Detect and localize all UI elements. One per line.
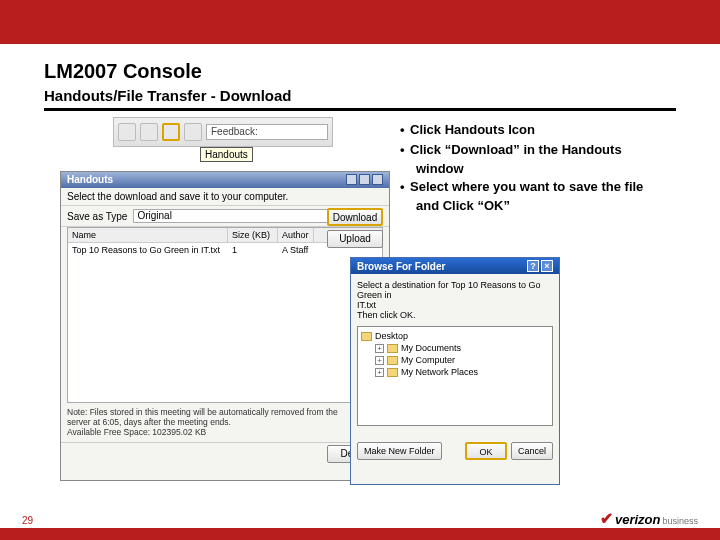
footer-bar (0, 528, 720, 540)
network-icon (387, 368, 398, 377)
tree-computer[interactable]: + My Computer (375, 354, 549, 366)
browse-prompt-1: Select a destination for Top 10 Reasons … (357, 280, 553, 300)
expand-icon[interactable]: + (375, 344, 384, 353)
logo-check-icon: ✔ (600, 509, 613, 528)
toolbar-button-4[interactable] (184, 123, 202, 141)
maximize-icon[interactable] (359, 174, 370, 185)
instruction-2: Click “Download” in the Handouts (400, 141, 700, 159)
browse-folder-dialog: Browse For Folder ? × Select a destinati… (350, 257, 560, 485)
instruction-3-cont: and Click “OK” (400, 197, 700, 215)
handouts-note: Note: Files stored in this meeting will … (61, 403, 389, 442)
upload-button[interactable]: Upload (327, 230, 383, 248)
cancel-button[interactable]: Cancel (511, 442, 553, 460)
title-block: LM2007 Console Handouts/File Transfer - … (0, 44, 720, 104)
feedback-label: Feedback: (211, 126, 258, 137)
folder-tree[interactable]: Desktop + My Documents + My Computer + M… (357, 326, 553, 426)
col-size: Size (KB) (228, 228, 278, 242)
col-name: Name (68, 228, 228, 242)
handouts-tooltip: Handouts (200, 147, 253, 162)
browse-title-text: Browse For Folder (357, 261, 445, 272)
instruction-1: Click Handouts Icon (400, 121, 700, 139)
file-author: A Staff (282, 245, 308, 255)
instruction-2-cont: window (400, 160, 700, 178)
content-area: Feedback: Handouts Handouts Select the d… (0, 111, 720, 491)
expand-icon[interactable]: + (375, 356, 384, 365)
browse-titlebar: Browse For Folder ? × (351, 258, 559, 274)
handouts-titlebar: Handouts (61, 172, 389, 188)
logo-sub: business (662, 516, 698, 526)
handouts-prompt-row: Select the download and save it to your … (61, 188, 389, 206)
close-icon[interactable] (372, 174, 383, 185)
browse-prompt-3: Then click OK. (357, 310, 553, 320)
ok-button[interactable]: OK (465, 442, 507, 460)
tree-desktop[interactable]: Desktop (361, 330, 549, 342)
file-name: Top 10 Reasons to Go Green in IT.txt (72, 245, 232, 255)
browse-body: Select a destination for Top 10 Reasons … (351, 274, 559, 438)
handouts-footer: Delete (61, 442, 389, 465)
save-as-label: Save as Type (67, 211, 127, 222)
toolbar-button-2[interactable] (140, 123, 158, 141)
minimize-icon[interactable] (346, 174, 357, 185)
handouts-icon[interactable] (162, 123, 180, 141)
download-button[interactable]: Download (327, 208, 383, 226)
close-icon[interactable]: × (541, 260, 553, 272)
new-folder-button[interactable]: Make New Folder (357, 442, 442, 460)
browse-prompt-2: IT.txt (357, 300, 553, 310)
handouts-window: Handouts Select the download and save it… (60, 171, 390, 481)
handouts-action-col: Download Upload (327, 208, 383, 248)
page-subtitle: Handouts/File Transfer - Download (44, 87, 720, 104)
logo-brand: verizon (615, 512, 661, 527)
tree-network[interactable]: + My Network Places (375, 366, 549, 378)
footer: 29 ✔ verizon business (0, 510, 720, 540)
computer-icon (387, 356, 398, 365)
handouts-list: Name Size (KB) Author Top 10 Reasons to … (67, 227, 383, 403)
toolbar-screenshot: Feedback: (113, 117, 333, 147)
handouts-prompt: Select the download and save it to your … (67, 191, 288, 202)
file-size: 1 (232, 245, 282, 255)
handouts-title-text: Handouts (67, 174, 113, 186)
feedback-field[interactable]: Feedback: (206, 124, 328, 140)
top-banner (0, 0, 720, 44)
verizon-logo: ✔ verizon business (600, 509, 698, 528)
page-title: LM2007 Console (44, 60, 720, 83)
col-author: Author (278, 228, 314, 242)
window-controls (346, 174, 383, 186)
tree-documents[interactable]: + My Documents (375, 342, 549, 354)
toolbar-button-1[interactable] (118, 123, 136, 141)
desktop-icon (361, 332, 372, 341)
expand-icon[interactable]: + (375, 368, 384, 377)
folder-icon (387, 344, 398, 353)
instructions-list: Click Handouts Icon Click “Download” in … (400, 121, 700, 215)
instruction-3: Select where you want to save the file (400, 178, 700, 196)
page-number: 29 (22, 515, 33, 526)
browse-footer: Make New Folder OK Cancel (351, 438, 559, 464)
help-icon[interactable]: ? (527, 260, 539, 272)
